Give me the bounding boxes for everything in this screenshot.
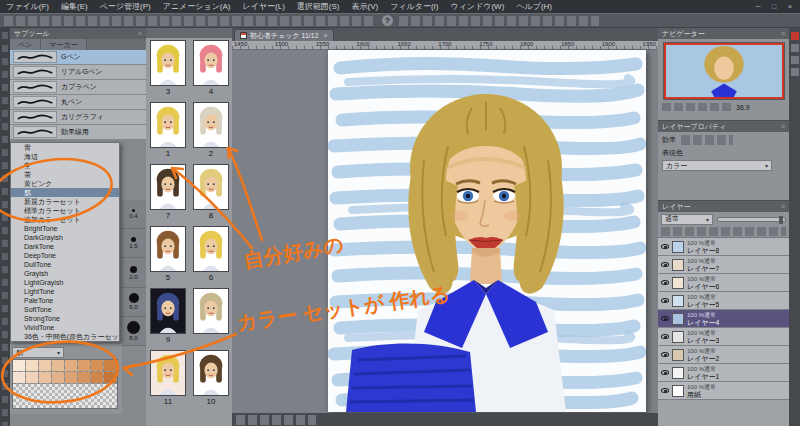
menu-item[interactable]: ウィンドウ(W) bbox=[444, 1, 510, 12]
panel-menu-icon[interactable]: ≡ bbox=[781, 123, 785, 130]
menu-item[interactable]: ページ管理(P) bbox=[94, 1, 157, 12]
subtool-tab[interactable]: マーカー bbox=[41, 39, 86, 50]
thumbnail-item[interactable]: 3 bbox=[148, 40, 188, 102]
visibility-eye-icon[interactable] bbox=[661, 280, 669, 285]
layer-row[interactable]: 100 %通常 レイヤー5 bbox=[658, 292, 789, 310]
color-swatch[interactable] bbox=[26, 360, 39, 372]
color-swatch[interactable] bbox=[52, 360, 65, 372]
colorset-option[interactable]: PaleTone bbox=[11, 296, 119, 305]
menu-item[interactable]: 編集(E) bbox=[55, 1, 94, 12]
layer-row[interactable]: 100 %通常 レイヤー7 bbox=[658, 256, 789, 274]
color-swatch[interactable] bbox=[104, 360, 117, 372]
visibility-eye-icon[interactable] bbox=[661, 370, 669, 375]
thumbnail-item[interactable]: 11 bbox=[148, 350, 188, 412]
layer-row[interactable]: 100 %通常 用紙 bbox=[658, 382, 789, 400]
colorset-option[interactable]: VividTone bbox=[11, 323, 119, 332]
color-swatch[interactable] bbox=[78, 372, 91, 384]
colorset-option[interactable]: DeepTone bbox=[11, 251, 119, 260]
layer-command-icons[interactable] bbox=[661, 227, 786, 236]
help-icon[interactable]: ? bbox=[382, 15, 393, 26]
color-swatch[interactable] bbox=[52, 372, 65, 384]
colorset-option[interactable]: SoftTone bbox=[11, 305, 119, 314]
maximize-button[interactable]: □ bbox=[769, 3, 779, 10]
menu-item[interactable]: 選択範囲(S) bbox=[291, 1, 346, 12]
canvas-statusbar-icons[interactable] bbox=[236, 415, 316, 425]
document-tab[interactable]: 初心者チェック 11/12 × bbox=[234, 29, 334, 41]
thumbnail-item[interactable]: 5 bbox=[148, 226, 188, 288]
visibility-eye-icon[interactable] bbox=[661, 316, 669, 321]
menu-item[interactable]: フィルター(I) bbox=[384, 1, 444, 12]
color-swatch[interactable] bbox=[91, 360, 104, 372]
navigator-zoom-controls[interactable] bbox=[662, 103, 732, 111]
brush-size-preset[interactable]: 6.0 bbox=[121, 288, 146, 317]
colorset-option[interactable]: 肌 bbox=[11, 188, 119, 197]
menu-item[interactable]: 表示(V) bbox=[346, 1, 385, 12]
tool-strip[interactable] bbox=[0, 28, 10, 426]
colorset-option[interactable]: Grayish bbox=[11, 269, 119, 278]
visibility-eye-icon[interactable] bbox=[661, 244, 669, 249]
colorset-option[interactable]: 青 bbox=[11, 143, 119, 152]
brush-size-preset[interactable]: 0.4 bbox=[121, 200, 146, 229]
color-swatch[interactable] bbox=[26, 372, 39, 384]
panel-tab-icon[interactable] bbox=[791, 44, 799, 52]
thumbnail-item[interactable]: 8 bbox=[191, 164, 231, 226]
color-swatch[interactable] bbox=[104, 372, 117, 384]
colorset-option[interactable]: 空 bbox=[11, 161, 119, 170]
brush-size-preset[interactable]: 8.0 bbox=[121, 317, 146, 346]
colorset-select[interactable]: 肌 ▾ bbox=[12, 347, 64, 358]
minimize-button[interactable]: ─ bbox=[753, 3, 763, 10]
color-swatch[interactable] bbox=[91, 372, 104, 384]
colorset-option[interactable]: 追加カラーセット bbox=[11, 215, 119, 224]
colorset-option[interactable]: 標準カラーセット bbox=[11, 206, 119, 215]
thumbnail-item[interactable]: 2 bbox=[191, 102, 231, 164]
menu-item[interactable]: ファイル(F) bbox=[0, 1, 55, 12]
colorset-option[interactable]: 新規カラーセット bbox=[11, 197, 119, 206]
color-swatch[interactable] bbox=[78, 360, 91, 372]
panel-tab-icon[interactable] bbox=[791, 68, 799, 76]
layer-row[interactable]: 100 %通常 レイヤー4 bbox=[658, 310, 789, 328]
brush-size-preset[interactable]: 2.0 bbox=[121, 258, 146, 287]
visibility-eye-icon[interactable] bbox=[661, 352, 669, 357]
close-button[interactable]: × bbox=[785, 3, 795, 10]
color-swatch[interactable] bbox=[39, 372, 52, 384]
subtool-tab[interactable]: ペン bbox=[10, 39, 41, 50]
colorset-option[interactable]: BrightTone bbox=[11, 224, 119, 233]
toolbar-icons-left[interactable] bbox=[4, 16, 376, 26]
layer-row[interactable]: 100 %通常 レイヤー2 bbox=[658, 346, 789, 364]
colorset-option[interactable]: 海辺 bbox=[11, 152, 119, 161]
colorset-option[interactable]: DarkGrayish bbox=[11, 233, 119, 242]
subtool-item[interactable]: 効果線用 bbox=[10, 125, 146, 140]
panel-menu-icon[interactable]: ≡ bbox=[781, 203, 785, 210]
layer-row[interactable]: 100 %通常 レイヤー8 bbox=[658, 238, 789, 256]
close-tab-icon[interactable]: × bbox=[324, 32, 328, 39]
subtool-item[interactable]: カリグラフィ bbox=[10, 110, 146, 125]
subtool-item[interactable]: Gペン bbox=[10, 50, 146, 65]
colorset-option[interactable]: 黄ピンク bbox=[11, 179, 119, 188]
brush-size-preset[interactable]: 1.5 bbox=[121, 229, 146, 258]
color-swatch[interactable] bbox=[39, 360, 52, 372]
colorset-option[interactable]: 茶 bbox=[11, 170, 119, 179]
color-swatch[interactable] bbox=[65, 372, 78, 384]
effect-icons[interactable] bbox=[681, 135, 733, 145]
menu-item[interactable]: ヘルプ(H) bbox=[510, 1, 558, 12]
colorset-option[interactable]: 36色・中間色(原色カラーセット) bbox=[11, 332, 119, 341]
layer-row[interactable]: 100 %通常 レイヤー3 bbox=[658, 328, 789, 346]
color-swatch[interactable] bbox=[65, 360, 78, 372]
thumbnail-item[interactable]: 7 bbox=[148, 164, 188, 226]
thumbnail-item[interactable]: 10 bbox=[191, 350, 231, 412]
navigator-tab-icon[interactable] bbox=[791, 32, 799, 40]
thumbnail-item[interactable]: 4 bbox=[191, 40, 231, 102]
visibility-eye-icon[interactable] bbox=[661, 262, 669, 267]
subtool-item[interactable]: カブラペン bbox=[10, 80, 146, 95]
colorset-option[interactable]: StrongTone bbox=[11, 314, 119, 323]
color-swatch[interactable] bbox=[13, 360, 26, 372]
zoom-percentage[interactable]: 36.9 bbox=[736, 104, 750, 111]
colorset-option[interactable]: DullTone bbox=[11, 260, 119, 269]
thumbnail-item[interactable]: 6 bbox=[191, 226, 231, 288]
layer-row[interactable]: 100 %通常 レイヤー1 bbox=[658, 364, 789, 382]
navigator-preview[interactable] bbox=[663, 42, 785, 100]
panel-menu-icon[interactable]: ≡ bbox=[781, 30, 785, 37]
menu-item[interactable]: アニメーション(A) bbox=[157, 1, 237, 12]
panel-menu-icon[interactable]: ≡ bbox=[138, 30, 142, 37]
colorset-option[interactable]: LightGrayish bbox=[11, 278, 119, 287]
